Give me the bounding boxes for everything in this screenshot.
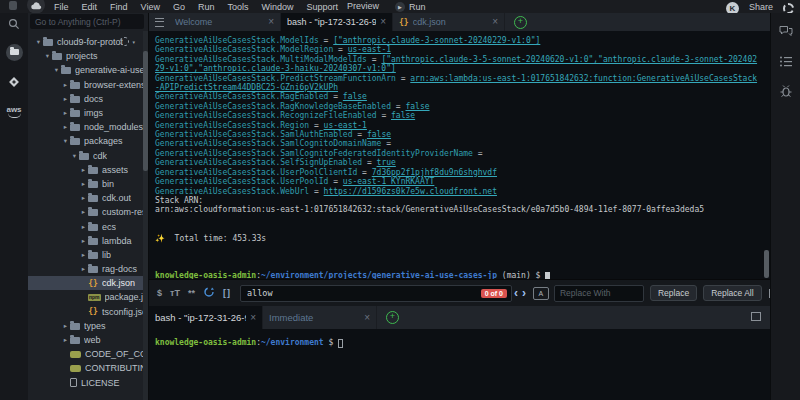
close-icon[interactable]: × (250, 313, 256, 323)
search-icon[interactable] (8, 16, 20, 34)
tree-item-code-of-con[interactable]: CODE_OF_CON (28, 347, 143, 361)
menu-file[interactable]: File (54, 2, 69, 12)
terminal-link[interactable]: true (377, 158, 396, 167)
debugger-icon[interactable] (779, 84, 793, 97)
run-button[interactable]: ▶ Run (395, 0, 426, 13)
regex-icon[interactable]: $ (157, 288, 162, 298)
tree-item-tsconfig-json[interactable]: {}tsconfig.json (28, 305, 143, 319)
preserve-case-icon[interactable]: A (533, 287, 549, 300)
tree-item-rag-docs[interactable]: ▸rag-docs (28, 262, 143, 276)
tree-item-imgs[interactable]: ▸imgs (28, 106, 143, 120)
match-case-icon[interactable]: тT (170, 288, 180, 298)
preview-button[interactable]: Preview (347, 1, 379, 11)
cursor (545, 272, 550, 279)
tree-item-license[interactable]: LICENSE (28, 376, 143, 390)
menu-edit[interactable]: Edit (82, 2, 98, 12)
tree-item-types[interactable]: ▸types (28, 319, 143, 333)
share-button[interactable]: Share (749, 2, 773, 12)
menu-run[interactable]: Run (198, 2, 215, 12)
terminal-link[interactable]: us-east-1 (348, 45, 391, 54)
tree-item-cdk[interactable]: ▾cdk (28, 149, 143, 163)
menu-support[interactable]: Support (306, 2, 338, 12)
gear-icon[interactable] (783, 3, 794, 14)
close-icon[interactable]: × (492, 17, 498, 27)
new-tab-button[interactable]: + (514, 16, 527, 29)
caret-icon: ▸ (79, 208, 88, 216)
menu-go[interactable]: Go (173, 2, 185, 12)
tree-item-label: CONTRIBUTING (85, 363, 143, 373)
terminal-link[interactable]: us-east-1 (324, 121, 367, 130)
deploy-panel-icon[interactable] (5, 73, 23, 91)
tab-cdk-json[interactable]: {}cdk.json× (393, 13, 505, 31)
terminal-link[interactable]: false (367, 130, 391, 139)
tree-item-packages[interactable]: ▾packages (28, 134, 143, 148)
whole-word-icon[interactable]: ** (188, 288, 195, 298)
replace-all-button[interactable]: Replace All (703, 285, 762, 301)
terminal-link[interactable]: false (343, 92, 367, 101)
terminal-link[interactable]: 7d36pp2f1pjhf8du9n6shghvdf (372, 168, 497, 177)
search-in-selection-icon[interactable]: [] (223, 288, 231, 298)
tab-bash-ip-172-31-26-95-e[interactable]: bash - "ip-172-31-26-95.e× (281, 13, 393, 31)
tree-item-browser-extensio[interactable]: ▸browser-extensio (28, 78, 143, 92)
menu-tools[interactable]: Tools (227, 2, 248, 12)
menu-view[interactable]: View (141, 2, 160, 12)
replace-button[interactable]: Replace (650, 285, 697, 301)
tree-item-package-json[interactable]: npmpackage.json (28, 290, 143, 304)
caret-icon: ▾ (43, 52, 52, 60)
replace-input[interactable] (554, 285, 644, 302)
terminal-link[interactable]: false (405, 102, 429, 111)
tree-item-web[interactable]: ▸web (28, 333, 143, 347)
tree-item-label: ecs (102, 222, 116, 232)
wrap-around-icon[interactable] (203, 286, 215, 300)
terminal-text: Stack ARN: (155, 196, 203, 205)
tree-item-lambda[interactable]: ▸lambda (28, 234, 143, 248)
terminal-scrollbar-thumb[interactable] (764, 250, 769, 278)
outline-icon[interactable] (779, 54, 793, 67)
new-console-tab-button[interactable]: + (386, 311, 399, 324)
aws-panel-icon[interactable]: aws (5, 103, 23, 121)
tree-item-cdk-json[interactable]: {}cdk.json (28, 276, 143, 290)
close-icon[interactable]: × (364, 313, 370, 323)
tree-item-contributing[interactable]: CONTRIBUTING (28, 361, 143, 375)
terminal-text: GenerativeAiUseCasesStack.SelfSignUpEnab… (155, 158, 362, 167)
tree-item-custom-reso[interactable]: ▸custom-reso (28, 205, 143, 219)
tree-item-projects[interactable]: ▾projects (28, 49, 143, 63)
tree-item-lib[interactable]: ▸lib (28, 248, 143, 262)
terminal-output[interactable]: GenerativeAiUseCasesStack.ModelIds = ["a… (149, 31, 770, 279)
tree-item-bin[interactable]: ▸bin (28, 177, 143, 191)
folder-icon (52, 53, 62, 60)
tree-item-node-modules[interactable]: ▸node_modules (28, 120, 143, 134)
tree-item-docs[interactable]: ▸docs (28, 92, 143, 106)
close-icon[interactable]: × (268, 17, 274, 27)
terminal-link[interactable]: false (391, 111, 415, 120)
previous-match-button[interactable]: ‹ (514, 286, 518, 300)
tab-immediate[interactable]: Immediate× (263, 306, 377, 329)
ide-window: FileEditFindViewGoRunToolsWindowSupport … (0, 0, 800, 400)
terminal-link[interactable]: ["anthropic.claude-3-sonnet-20240229-v1:… (333, 36, 540, 45)
tree-item-generative-ai-use-c[interactable]: ▾generative-ai-use-c (28, 63, 143, 77)
tab-welcome[interactable]: Welcome× (169, 13, 281, 31)
console-tab-bar: bash - "ip-172-31-26-95.e×Immediate× + (149, 306, 770, 329)
tree-item-ecs[interactable]: ▸ecs (28, 219, 143, 233)
terminal-line: arn:aws:cloudformation:us-east-1:0176518… (155, 205, 760, 214)
close-icon[interactable]: × (380, 17, 386, 27)
console-terminal[interactable]: knowledge-oasis-admin:~/environment $ (149, 329, 770, 400)
app-icon[interactable] (9, 1, 17, 10)
find-input[interactable] (241, 288, 481, 298)
tree-item-assets[interactable]: ▸assets (28, 163, 143, 177)
tab-bash-ip-172-31-26-95-e[interactable]: bash - "ip-172-31-26-95.e× (149, 306, 263, 329)
run-label: Run (409, 2, 426, 12)
goto-anything-input[interactable] (30, 17, 144, 27)
menu-window[interactable]: Window (261, 2, 293, 12)
page-icon (70, 378, 77, 387)
tab-list-button[interactable] (149, 13, 169, 31)
files-panel-icon[interactable] (5, 43, 23, 61)
tree-item-cdk-out[interactable]: ▸cdk.out (28, 191, 143, 205)
menu-find[interactable]: Find (110, 2, 128, 12)
maximize-panel-icon[interactable] (751, 312, 761, 321)
tree-settings[interactable]: ▾ (120, 37, 135, 46)
next-match-button[interactable]: › (522, 286, 526, 300)
terminal-link[interactable]: https://d1596zs0k7e5w.cloudfront.net (324, 187, 497, 196)
terminal-link[interactable]: us-east-1_KYnRKAAYT (343, 177, 435, 186)
collaborate-icon[interactable] (779, 24, 793, 37)
